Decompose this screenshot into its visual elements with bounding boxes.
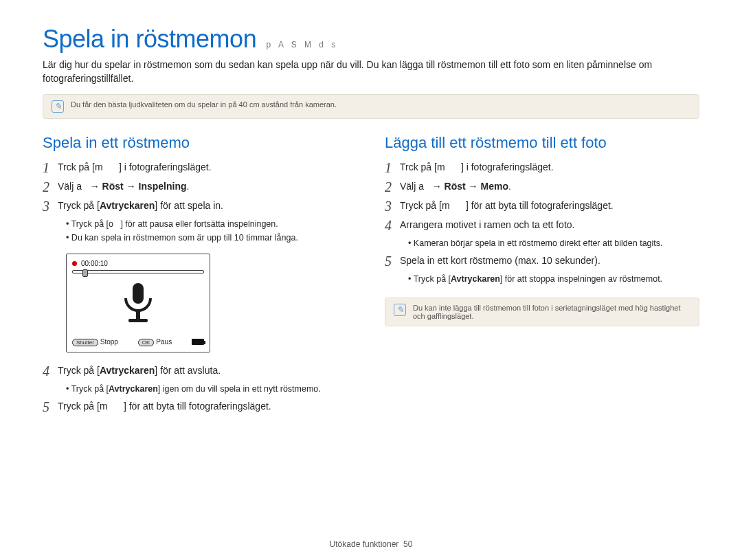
step-text: Välj a → Röst → Memo. [400, 179, 699, 193]
step-number: 5 [385, 254, 400, 269]
right-step-1: 1 Trck på [m ] i fotograferingsläget. [385, 160, 699, 175]
note-icon: ✎ [394, 304, 406, 316]
left-column: Spela in ett röstmemo 1 Trck på [m ] i f… [43, 134, 357, 418]
step-text: Tryck på [Avtryckaren] för att avsluta. [58, 363, 357, 377]
right-column: Lägga till ett röstmemo till ett foto 1 … [385, 134, 699, 418]
battery-icon [192, 339, 204, 345]
step-text: Tryck på [m ] för att byta till fotograf… [58, 399, 357, 413]
right-step-5: 5 Spela in ett kort röstmemo (max. 10 se… [385, 254, 699, 269]
page-title: Spela in röstmemon [43, 25, 256, 54]
step-text: Spela in ett kort röstmemo (max. 10 seku… [400, 254, 699, 267]
left-step-1: 1 Trck på [m ] i fotograferingsläget. [43, 160, 357, 175]
step-number: 4 [43, 363, 58, 379]
step-text: Arrangera motivet i ramen och ta ett fot… [400, 218, 699, 232]
footer-page-number: 50 [403, 539, 412, 549]
right-heading: Lägga till ett röstmemo till ett foto [385, 134, 699, 152]
top-tip-text: Du får den bästa ljudkvaliteten om du sp… [71, 100, 337, 109]
right-step-5-sub: Tryck på [Avtryckaren] för att stoppa in… [408, 273, 699, 285]
step-number: 4 [385, 218, 400, 233]
right-step-4: 4 Arrangera motivet i ramen och ta ett f… [385, 218, 699, 233]
step-text: Tryck på [m ] för att byta till fotograf… [400, 199, 699, 212]
svg-rect-0 [133, 283, 144, 304]
shutter-pill: Shutter [72, 339, 98, 346]
top-tip-box: ✎ Du får den bästa ljudkvaliteten om du … [43, 94, 699, 119]
note-icon: ✎ [52, 100, 64, 113]
rec-time: 00:00:10 [81, 260, 108, 267]
step-text: Tryck på [Avtryckaren] för att spela in. [58, 199, 357, 212]
right-step-4-sub: Kameran börjar spela in ett röstmemo dir… [408, 237, 699, 249]
left-step-4: 4 Tryck på [Avtryckaren] för att avsluta… [43, 363, 357, 379]
right-tip-box: ✎ Du kan inte lägga till röstmemon till … [385, 298, 699, 326]
svg-rect-1 [136, 311, 140, 319]
shutter-stop-label: ShutterStopp [72, 338, 118, 346]
record-dot-icon [72, 261, 77, 266]
left-step-3-sub2: Du kan spela in röstmemon som är upp til… [66, 232, 357, 244]
step-text: Välj a → Röst → Inspelning. [58, 179, 357, 193]
mode-indicator: p A S M d s [267, 40, 339, 49]
page-footer: Utökade funktioner 50 [0, 539, 742, 549]
step-text: Trck på [m ] i fotograferingsläget. [400, 160, 699, 174]
intro-text: Lär dig hur du spelar in röstmemon som d… [43, 58, 699, 86]
left-step-3-sub1: Tryck på [o ] för att pausa eller fortsä… [66, 218, 357, 230]
left-step-4-sub: Tryck på [Avtryckaren] igen om du vill s… [66, 383, 357, 395]
step-number: 3 [385, 199, 400, 214]
svg-rect-2 [128, 319, 148, 322]
ok-pill: OK [138, 339, 155, 346]
ok-paus-label: OKPaus [138, 338, 172, 346]
step-number: 2 [43, 179, 58, 194]
camera-screen-illustration: 00:00:10 [66, 254, 357, 352]
right-step-2: 2 Välj a → Röst → Memo. [385, 179, 699, 194]
right-step-3: 3 Tryck på [m ] för att byta till fotogr… [385, 199, 699, 214]
step-number: 3 [43, 199, 58, 214]
left-step-5: 5 Tryck på [m ] för att byta till fotogr… [43, 399, 357, 414]
step-text: Trck på [m ] i fotograferingsläget. [58, 160, 357, 174]
step-number: 1 [43, 160, 58, 175]
footer-section: Utökade funktioner [330, 539, 399, 549]
step-number: 5 [43, 399, 58, 414]
right-tip-text: Du kan inte lägga till röstmemon till fo… [413, 304, 690, 320]
microphone-icon [72, 280, 204, 330]
time-bar [72, 270, 204, 273]
step-number: 1 [385, 160, 400, 175]
step-number: 2 [385, 179, 400, 194]
left-step-2: 2 Välj a → Röst → Inspelning. [43, 179, 357, 194]
left-step-3: 3 Tryck på [Avtryckaren] för att spela i… [43, 199, 357, 214]
left-heading: Spela in ett röstmemo [43, 134, 357, 152]
